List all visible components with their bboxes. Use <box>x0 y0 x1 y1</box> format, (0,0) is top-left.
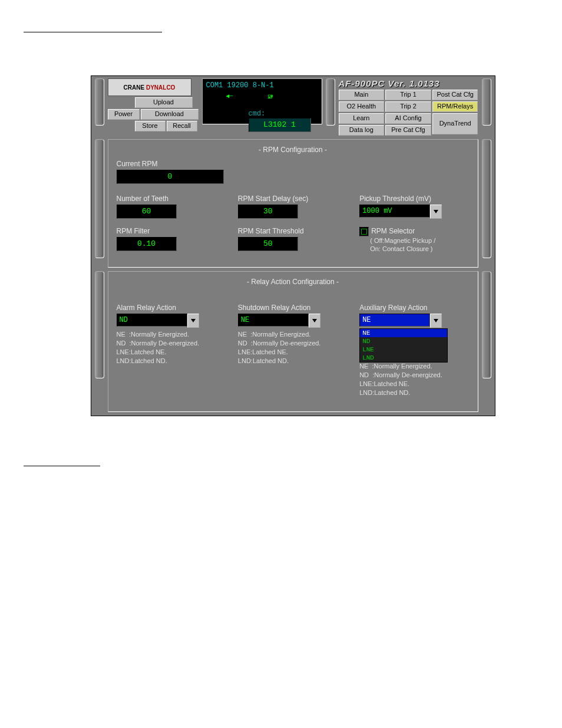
current-rpm-value: 0 <box>117 170 224 184</box>
shutdown-relay-select[interactable]: NE <box>238 314 309 327</box>
tab-trip1[interactable]: Trip 1 <box>385 90 431 100</box>
grip-handle-left[interactable] <box>95 78 104 126</box>
pickup-label: Pickup Threshold (mV) <box>359 195 469 203</box>
tab-main[interactable]: Main <box>339 90 385 100</box>
teeth-input[interactable]: 60 <box>117 205 177 219</box>
cmd-label: cmd: <box>249 110 266 118</box>
upload-button[interactable]: Upload <box>135 97 193 108</box>
tab-trip2[interactable]: Trip 2 <box>385 101 431 112</box>
panel2-grip-left[interactable] <box>95 271 104 378</box>
chevron-down-icon <box>434 210 438 213</box>
cmd-value: L3102 1 <box>249 118 311 132</box>
relay-panel: - Relay Action Configuration - Alarm Rel… <box>108 271 478 412</box>
chevron-down-icon <box>434 319 438 322</box>
rpm-selector-label: RPM Selector <box>371 227 415 235</box>
panel2-grip-right[interactable] <box>482 271 491 378</box>
terminal: COM1 19200 8-N-1 ◄─ 🖳 cmd: L3102 1 resp:… <box>202 78 322 124</box>
panel-grip-right[interactable] <box>482 139 491 258</box>
tab-postcat[interactable]: Post Cat Cfg <box>432 90 478 100</box>
panel-grip-left[interactable] <box>95 139 104 258</box>
download-button[interactable]: Download <box>141 109 199 120</box>
pc-icon: 🖳 <box>267 93 273 100</box>
aux-dropdown-button[interactable] <box>430 314 442 328</box>
shutdown-dropdown-button[interactable] <box>309 314 320 328</box>
filter-input[interactable]: 0.10 <box>117 237 177 251</box>
relay-panel-title: - Relay Action Configuration - <box>117 278 470 286</box>
aux-option-lne[interactable]: LNE <box>360 345 447 354</box>
filter-label: RPM Filter <box>117 227 226 235</box>
chevron-down-icon <box>312 319 317 322</box>
aux-option-ne[interactable]: NE <box>360 329 447 337</box>
aux-option-nd[interactable]: ND <box>360 337 447 345</box>
relay-legend-1: NE :Normally Energized. ND :Normally De-… <box>117 330 226 365</box>
heading-underline-1 <box>24 24 162 32</box>
com-port-line: COM1 19200 8-N-1 <box>206 81 318 90</box>
start-thresh-input[interactable]: 50 <box>238 237 298 251</box>
relay-legend-2: NE :Normally Energized. ND :Normally De-… <box>238 330 348 365</box>
tab-precat[interactable]: Pre Cat Cfg <box>385 125 431 136</box>
grip-handle-mid[interactable] <box>326 78 335 126</box>
shutdown-relay-label: Shutdown Relay Action <box>238 304 348 312</box>
tab-o2health[interactable]: O2 Health <box>339 101 385 112</box>
chevron-down-icon <box>191 319 196 322</box>
current-rpm-label: Current RPM <box>117 160 470 168</box>
aux-option-lnd[interactable]: LND <box>360 354 447 362</box>
delay-input[interactable]: 30 <box>238 205 298 219</box>
aux-relay-select[interactable]: NE <box>359 314 430 327</box>
store-button[interactable]: Store <box>135 121 166 131</box>
rpm-panel-title: - RPM Configuration - <box>117 146 470 154</box>
teeth-label: Number of Teeth <box>117 195 226 203</box>
rpm-panel: - RPM Configuration - Current RPM 0 Numb… <box>108 139 478 268</box>
heading-underline-2 <box>24 457 100 466</box>
pickup-select[interactable]: 1000 mV <box>359 205 430 218</box>
tab-learn[interactable]: Learn <box>339 113 385 124</box>
app-window: CRANE DYNALCO Upload Power Download Stor… <box>91 75 495 416</box>
link-icon: ◄─ <box>226 93 233 100</box>
tab-ai-config[interactable]: AI Config <box>385 113 431 124</box>
tab-dynatrend[interactable]: DynaTrend <box>432 113 478 134</box>
aux-relay-label: Auxiliary Relay Action <box>359 304 469 312</box>
rpm-selector-checkbox[interactable] <box>359 227 369 236</box>
logo: CRANE DYNALCO <box>108 78 191 96</box>
app-title: AF-900PC Ver. 1.0133 <box>339 78 478 88</box>
tab-rpm-relays[interactable]: RPM/Relays <box>432 101 478 112</box>
grip-handle-right[interactable] <box>482 78 491 126</box>
alarm-relay-label: Alarm Relay Action <box>117 304 226 312</box>
pickup-dropdown-button[interactable] <box>430 205 442 219</box>
alarm-dropdown-button[interactable] <box>187 314 199 328</box>
rpm-selector-hint2: On: Contact Closure ) <box>370 245 469 253</box>
tab-datalog[interactable]: Data log <box>339 125 385 136</box>
power-button[interactable]: Power <box>108 109 140 120</box>
aux-relay-dropdown-list[interactable]: NE ND LNE LND <box>359 328 448 363</box>
start-thresh-label: RPM Start Threshold <box>238 227 348 235</box>
delay-label: RPM Start Delay (sec) <box>238 195 348 203</box>
alarm-relay-select[interactable]: ND <box>117 314 187 327</box>
recall-button[interactable]: Recall <box>167 121 197 131</box>
rpm-selector-hint1: ( Off:Magnetic Pickup / <box>370 236 469 245</box>
relay-legend-3: NE :Normally Energized. ND :Normally De-… <box>359 362 469 397</box>
